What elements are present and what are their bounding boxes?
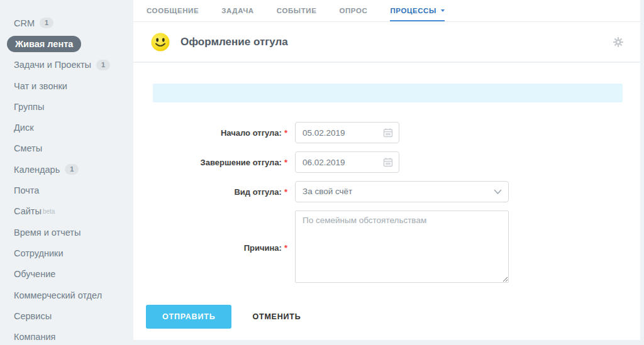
submit-button[interactable]: ОТПРАВИТЬ bbox=[146, 305, 231, 329]
tab-label: ОПРОС bbox=[339, 7, 367, 14]
required-mark: * bbox=[284, 187, 287, 197]
sidebar-item-label: CRM bbox=[14, 18, 35, 28]
sidebar-item-time-reports[interactable]: Время и отчеты bbox=[0, 222, 133, 243]
sidebar-item-services[interactable]: Сервисы bbox=[0, 305, 133, 326]
form-header: Оформление отгула bbox=[133, 22, 640, 63]
sidebar-item-label: Чат и звонки bbox=[14, 81, 67, 91]
notification-badge: 1 bbox=[65, 164, 79, 175]
sidebar-item-company[interactable]: Компания bbox=[0, 326, 133, 345]
sidebar-item-label: Диск bbox=[14, 123, 34, 133]
sidebar-item-label: Календарь bbox=[14, 165, 60, 175]
sidebar-item-label: Коммерческий отдел bbox=[14, 290, 102, 300]
tab-processes[interactable]: ПРОЦЕССЫ bbox=[390, 0, 444, 21]
tab-poll[interactable]: ОПРОС bbox=[339, 0, 367, 21]
sidebar-item-live-feed[interactable]: Живая лента bbox=[0, 33, 133, 54]
field-label: Начало отгула:* bbox=[133, 128, 287, 138]
reason-textarea[interactable] bbox=[295, 211, 509, 283]
sidebar-item-label: Компания bbox=[14, 332, 55, 342]
form-row-reason: Причина:* bbox=[133, 212, 509, 284]
beta-tag: beta bbox=[43, 208, 55, 215]
form-row-start-date: Начало отгула:* bbox=[133, 122, 399, 143]
cancel-button[interactable]: ОТМЕНИТЬ bbox=[252, 312, 301, 321]
notification-badge: 1 bbox=[96, 60, 110, 70]
sidebar-item-chat-calls[interactable]: Чат и звонки bbox=[0, 75, 133, 96]
start-date-control bbox=[295, 122, 399, 143]
field-label: Вид отгула:* bbox=[133, 187, 287, 197]
field-label: Завершение отгула:* bbox=[133, 158, 287, 167]
sidebar-item-label: Обучение bbox=[14, 269, 55, 279]
notification-badge: 1 bbox=[40, 18, 53, 28]
sidebar-item-sites[interactable]: Сайты beta bbox=[0, 201, 133, 222]
sidebar-item-label: Сайты bbox=[14, 206, 42, 216]
tab-label: ПРОЦЕССЫ bbox=[390, 7, 436, 14]
leave-type-select[interactable]: За свой счёт bbox=[295, 181, 509, 202]
sidebar-item-label: Почта bbox=[14, 185, 39, 195]
form-row-leave-type: Вид отгула:* За свой счёт bbox=[133, 181, 509, 202]
tab-event[interactable]: СОБЫТИЕ bbox=[277, 0, 317, 21]
sidebar-item-estimates[interactable]: Сметы bbox=[0, 138, 133, 159]
start-date-input[interactable] bbox=[295, 122, 399, 143]
sidebar-item-calendar[interactable]: Календарь 1 bbox=[0, 159, 133, 180]
tab-task[interactable]: ЗАДАЧА bbox=[221, 0, 254, 21]
sidebar-item-label: Сервисы bbox=[14, 311, 52, 321]
sidebar-item-training[interactable]: Обучение bbox=[0, 264, 133, 285]
gear-icon[interactable] bbox=[613, 36, 624, 48]
sidebar: CRM 1 Живая лента Задачи и Проекты 1 Чат… bbox=[0, 0, 133, 345]
chevron-down-icon bbox=[441, 9, 445, 12]
info-strip bbox=[153, 84, 623, 102]
leave-type-control: За свой счёт bbox=[295, 181, 509, 202]
tab-label: СОБЫТИЕ bbox=[277, 7, 317, 14]
sidebar-item-label: Задачи и Проекты bbox=[14, 60, 91, 70]
tab-label: ЗАДАЧА bbox=[221, 7, 254, 14]
sidebar-item-label: Сметы bbox=[14, 143, 42, 153]
content-panel: СООБЩЕНИЕ ЗАДАЧА СОБЫТИЕ ОПРОС ПРОЦЕССЫ bbox=[133, 0, 640, 340]
sidebar-item-tasks-projects[interactable]: Задачи и Проекты 1 bbox=[0, 55, 133, 75]
smiley-icon bbox=[151, 33, 170, 52]
required-mark: * bbox=[284, 243, 287, 253]
form-row-end-date: Завершение отгула:* bbox=[133, 151, 399, 173]
sidebar-item-groups[interactable]: Группы bbox=[0, 96, 133, 117]
sidebar-item-disk[interactable]: Диск bbox=[0, 117, 133, 138]
end-date-input[interactable] bbox=[295, 151, 399, 173]
tab-message[interactable]: СООБЩЕНИЕ bbox=[147, 0, 199, 21]
end-date-control bbox=[295, 151, 399, 173]
sidebar-item-employees[interactable]: Сотрудники bbox=[0, 243, 133, 263]
form-actions: ОТПРАВИТЬ ОТМЕНИТЬ bbox=[146, 305, 301, 329]
sidebar-item-label: Группы bbox=[14, 102, 44, 112]
reason-control bbox=[295, 211, 509, 285]
sidebar-item-label: Живая лента bbox=[7, 36, 81, 52]
sidebar-item-label: Сотрудники bbox=[14, 248, 64, 258]
field-label: Причина:* bbox=[133, 243, 287, 253]
tab-label: СООБЩЕНИЕ bbox=[147, 7, 199, 14]
required-mark: * bbox=[284, 158, 287, 167]
post-type-tabbar: СООБЩЕНИЕ ЗАДАЧА СОБЫТИЕ ОПРОС ПРОЦЕССЫ bbox=[133, 0, 640, 22]
required-mark: * bbox=[284, 128, 287, 138]
page-title: Оформление отгула bbox=[180, 36, 288, 48]
sidebar-item-commercial-dept[interactable]: Коммерческий отдел bbox=[0, 285, 133, 305]
sidebar-item-label: Время и отчеты bbox=[14, 227, 80, 238]
sidebar-item-crm[interactable]: CRM 1 bbox=[0, 13, 133, 33]
sidebar-item-mail[interactable]: Почта bbox=[0, 180, 133, 200]
